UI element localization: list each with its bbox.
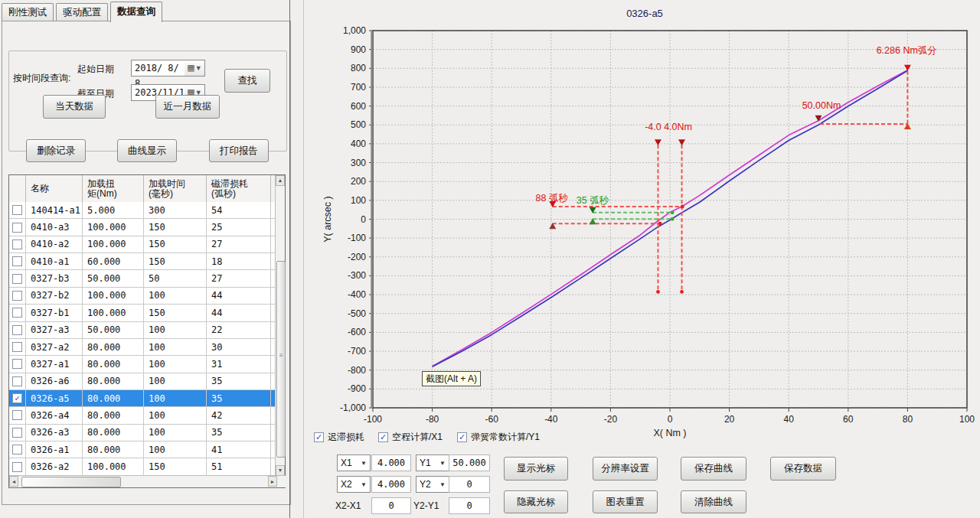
option-checkbox-3[interactable]: ✓弹簧常数计算/Y1 xyxy=(457,431,540,444)
scroll-left-button[interactable]: ◄ xyxy=(9,476,18,487)
search-button[interactable]: 查找 xyxy=(224,69,270,93)
today-data-button[interactable]: 当天数据 xyxy=(43,95,106,119)
clear-curve-button[interactable]: 清除曲线 xyxy=(681,490,746,513)
column-header[interactable]: 名称 xyxy=(26,175,83,202)
column-header[interactable]: 加载时间 (毫秒) xyxy=(144,175,207,202)
checkbox-cell[interactable] xyxy=(9,305,26,321)
checkbox-cell[interactable] xyxy=(9,202,26,218)
checkbox-icon[interactable]: ✓ xyxy=(314,432,324,442)
save-data-button[interactable]: 保存数据 xyxy=(770,457,836,481)
svg-text:20: 20 xyxy=(724,414,735,425)
checkbox-cell[interactable] xyxy=(9,270,26,286)
row-checkbox[interactable] xyxy=(12,274,22,284)
table-row[interactable]: 0327-b1100.00015044 xyxy=(9,305,276,321)
row-checkbox[interactable] xyxy=(12,205,22,215)
svg-text:6.286 Nm弧分: 6.286 Nm弧分 xyxy=(877,45,937,56)
show-cursor-button[interactable]: 显示光标 xyxy=(504,457,568,481)
scroll-right-button[interactable]: ► xyxy=(268,476,277,487)
horizontal-scrollbar-thumb[interactable] xyxy=(21,477,121,487)
table-row[interactable]: 0327-b350.0005027 xyxy=(9,270,276,287)
table-row[interactable]: 0326-a380.00010035 xyxy=(9,425,276,441)
checkbox-cell[interactable] xyxy=(9,236,26,252)
y2-value-field[interactable]: 0 xyxy=(449,476,490,493)
row-checkbox[interactable] xyxy=(12,445,22,454)
table-row[interactable]: 0326-a2100.00015051 xyxy=(9,458,276,475)
scroll-down-button[interactable]: ▼ xyxy=(276,465,285,476)
row-checkbox[interactable] xyxy=(12,325,22,335)
option-checkbox-2[interactable]: ✓空程计算/X1 xyxy=(378,431,443,444)
horizontal-scrollbar[interactable]: ◄ ► xyxy=(9,475,286,487)
tab-2[interactable]: 驱动配置 xyxy=(56,3,108,21)
x1-value-field[interactable]: 4.000 xyxy=(371,454,411,471)
checkbox-cell[interactable] xyxy=(9,219,26,235)
checkbox-icon[interactable]: ✓ xyxy=(378,432,388,442)
results-table: 名称加载扭 矩(Nm)加载时间 (毫秒)磁滞损耗 (弧秒) 140414-a15… xyxy=(8,174,286,488)
x2-select[interactable]: X2▼ xyxy=(337,476,371,493)
hide-cursor-button[interactable]: 隐藏光标 xyxy=(504,490,568,513)
tab-3[interactable]: 数据查询 xyxy=(110,2,162,22)
table-row[interactable]: 0326-a480.00010042 xyxy=(9,407,276,424)
delete-record-button[interactable]: 删除记录 xyxy=(26,139,86,162)
x1-select[interactable]: X1▼ xyxy=(337,454,371,471)
row-checkbox[interactable] xyxy=(12,376,22,386)
save-curve-button[interactable]: 保存曲线 xyxy=(681,457,746,481)
row-checkbox[interactable] xyxy=(12,239,22,249)
checkbox-cell[interactable] xyxy=(9,339,26,355)
checkbox-cell[interactable] xyxy=(9,253,26,269)
table-row[interactable]: 0327-a180.00010031 xyxy=(9,356,276,373)
print-report-button[interactable]: 打印报告 xyxy=(209,139,269,162)
checkbox-cell[interactable] xyxy=(9,373,26,389)
checkbox-icon[interactable]: ✓ xyxy=(457,432,467,442)
checkbox-cell[interactable] xyxy=(9,288,26,304)
table-cell: 0326-a2 xyxy=(26,458,83,474)
table-row[interactable]: 140414-a15.00030054 xyxy=(9,202,276,219)
checkbox-cell[interactable]: ✓ xyxy=(9,390,26,406)
checkbox-cell[interactable] xyxy=(9,441,26,458)
row-checkbox[interactable] xyxy=(12,428,22,438)
vertical-scrollbar[interactable]: ▲ ≡ ▼ xyxy=(275,175,285,476)
curve-display-button[interactable]: 曲线显示 xyxy=(117,139,177,162)
row-checkbox[interactable] xyxy=(12,410,22,420)
table-row[interactable]: 0410-a2100.00015027 xyxy=(9,236,276,253)
row-checkbox[interactable] xyxy=(12,256,22,266)
vertical-scrollbar-thumb[interactable]: ≡ xyxy=(276,261,286,458)
table-row[interactable]: 0327-a350.00010022 xyxy=(9,322,276,339)
table-row[interactable]: 0410-a3100.00015025 xyxy=(9,219,276,236)
svg-text:100: 100 xyxy=(351,195,366,206)
y2-select[interactable]: Y2▼ xyxy=(416,476,449,493)
row-checkbox[interactable] xyxy=(12,462,22,472)
y1-value-field[interactable]: 50.000 xyxy=(449,454,490,471)
month-data-button[interactable]: 近一月数据 xyxy=(155,95,220,119)
svg-text:-800: -800 xyxy=(348,365,366,376)
table-row[interactable]: 0326-a180.00010041 xyxy=(9,441,276,458)
checkbox-cell[interactable] xyxy=(9,458,26,474)
checkbox-cell[interactable] xyxy=(9,425,26,441)
row-checkbox[interactable] xyxy=(12,291,22,301)
chart-reset-button[interactable]: 图表重置 xyxy=(593,490,658,513)
option-checkbox-1[interactable]: ✓迟滞损耗 xyxy=(314,431,364,444)
row-checkbox[interactable] xyxy=(12,342,22,352)
start-date-input[interactable]: 2018/ 8/ 8 xyxy=(131,60,186,77)
xy-graph[interactable]: -100-80-60-40-20020406080100-1,000-900-8… xyxy=(306,0,980,445)
x2-value-field[interactable]: 4.000 xyxy=(371,476,411,493)
start-date-dropdown[interactable]: ▦▼ xyxy=(185,60,205,77)
table-row[interactable]: 0326-a680.00010035 xyxy=(9,373,276,390)
checkbox-cell[interactable] xyxy=(9,322,26,338)
checkbox-cell[interactable] xyxy=(9,407,26,423)
tab-1[interactable]: 刚性测试 xyxy=(2,3,54,21)
row-checkbox[interactable] xyxy=(12,359,22,369)
table-row[interactable]: 0410-a160.00015018 xyxy=(9,253,276,270)
column-header[interactable]: 磁滞损耗 (弧秒) xyxy=(207,175,271,202)
column-header[interactable]: 加载扭 矩(Nm) xyxy=(83,175,144,202)
checkbox-cell[interactable] xyxy=(9,356,26,372)
table-row[interactable]: ✓0326-a580.00010035 xyxy=(9,390,276,407)
row-checkbox[interactable] xyxy=(12,308,22,318)
row-checkbox[interactable] xyxy=(12,223,22,233)
row-checkbox[interactable]: ✓ xyxy=(12,393,22,403)
resolution-settings-button[interactable]: 分辨率设置 xyxy=(593,457,658,481)
table-row[interactable]: 0327-b2100.00010044 xyxy=(9,288,276,305)
scroll-up-button[interactable]: ▲ xyxy=(276,175,285,186)
table-cell: 100.000 xyxy=(83,236,144,252)
y1-select[interactable]: Y1▼ xyxy=(416,454,449,471)
table-row[interactable]: 0327-a280.00010030 xyxy=(9,339,276,356)
